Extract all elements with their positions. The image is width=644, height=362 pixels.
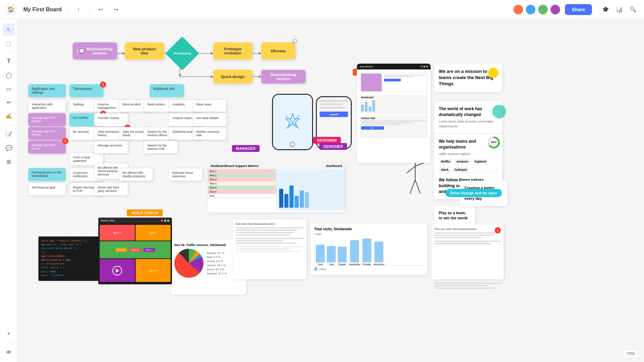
sticky-future[interactable]: Estimate future expenses — [169, 168, 203, 181]
svg-line-15 — [415, 180, 420, 194]
flow-newproduct[interactable]: New product idea — [125, 42, 164, 60]
flow-quickdesign[interactable]: Quick design — [213, 70, 252, 83]
sticky-manage-app[interactable]: Manage app from iPhone — [28, 127, 66, 140]
flow-prototype[interactable]: Prototyping — [170, 41, 194, 65]
product-panel: any device Dashboard — [357, 64, 431, 163]
left-toolbar: ↖ ⬚ T ◯ ▭ ✏ ✍ 📝 💬 ⊞ + ≪ — [0, 19, 18, 362]
topbar: 🏠 My First Board ↑ ↩ ↪ Share 🎓 📊 🔍 — [0, 0, 644, 19]
badge-trans: 1 — [100, 81, 106, 88]
document-block: Full stack from Realboardboard to — [233, 219, 307, 279]
home-button[interactable]: 🏠 — [5, 4, 16, 15]
add-section-tool[interactable]: + — [3, 327, 15, 340]
share-icon-btn[interactable]: ↑ — [73, 4, 84, 15]
sticky-bank-details[interactable]: Get bank details — [193, 113, 227, 126]
total-visits-chart: Total visits, Similarweb 1 000k June Jul… — [311, 224, 427, 275]
sticky-manage-phone[interactable]: Manage app from iPhone — [28, 113, 66, 126]
sticky-monitor-rate[interactable]: Monitor currency rate — [193, 127, 227, 140]
sticky-search-atm[interactable]: Search for the nearest ATM — [144, 141, 178, 154]
tool-separator — [4, 52, 14, 52]
flow-review[interactable]: 💬 1 Review — [261, 42, 295, 60]
kanban-block: Board View Sprint 1 Sprint 2 Task A Task… — [98, 218, 172, 284]
collapse-sidebar[interactable]: ≪ — [3, 346, 15, 358]
sticky-manage-app2[interactable]: 1 Manage app from device — [28, 141, 66, 154]
sticky-third-party[interactable]: Share with third party services — [94, 183, 128, 196]
tool-sep3 — [4, 342, 14, 343]
rectangle-tool[interactable]: ▭ — [3, 82, 15, 95]
avatar-4 — [550, 4, 561, 15]
document-block-2: Pour your team with Realboardboard 1 — [432, 224, 504, 279]
separator — [67, 5, 67, 14]
redo-button[interactable]: ↪ — [110, 4, 121, 15]
dashboard-table: Realboardboard Support Metrics Dashboard… — [208, 163, 345, 212]
flow-brainstorm1[interactable]: 1 💬 Brainstorming session — [73, 42, 117, 60]
flow-protoevol[interactable]: Prototype evolution — [213, 42, 252, 60]
frame-tool[interactable]: ⬚ — [3, 37, 15, 49]
bottom-right-notes — [434, 283, 503, 290]
brand-card-5: Play as a team, to win the world — [434, 206, 475, 226]
sticky-find-app[interactable]: Find application in the Marketplace — [28, 168, 66, 181]
grid-tool[interactable]: ⊞ — [3, 155, 15, 168]
separator2 — [89, 5, 90, 14]
board-title: My First Board — [23, 7, 62, 13]
sticky-tool[interactable]: 📝 — [3, 128, 15, 140]
sticky-loyal[interactable]: Be offered with loyalty programs — [119, 168, 153, 181]
sticky-manage-accs[interactable]: Manage accounts — [94, 141, 128, 154]
brand-card-3: We help teams and organisations netflix … — [434, 134, 503, 178]
avatar-2 — [525, 4, 536, 15]
svg-marker-7 — [286, 114, 299, 127]
sticky-app-settings[interactable]: Application and settings — [28, 84, 66, 97]
avatar-3 — [537, 4, 548, 15]
select-tool[interactable]: ↖ — [3, 23, 15, 36]
drive-change-badge: Drive change and be open — [445, 189, 502, 197]
avatars-group — [513, 4, 561, 15]
brand-card-2: The world of work has dramatically chang… — [434, 101, 503, 133]
avatar-1 — [513, 4, 524, 15]
sticky-transactions[interactable]: 1 Transactions — [69, 84, 103, 97]
topbar-right-icons: 🎓 📊 🔍 — [600, 4, 639, 15]
tool-separator2 — [4, 125, 14, 125]
svg-line-13 — [415, 163, 424, 166]
designer-badge-2[interactable]: DESIGNER — [319, 143, 347, 150]
sticky-inter[interactable]: Interaction with application — [28, 100, 66, 113]
doc-badge: 1 — [495, 227, 501, 233]
sticky-transfer[interactable]: Transfer money — [94, 113, 128, 126]
comment-tool[interactable]: 💬 — [3, 142, 15, 154]
pen-tool[interactable]: ✏ — [3, 96, 15, 108]
manager-badge[interactable]: MANAGER — [232, 145, 260, 152]
zoom-indicator: 75% — [623, 350, 639, 358]
brand-card-1: We are on a mission to help teams create… — [434, 64, 503, 92]
draw-tool[interactable]: ✍ — [3, 110, 15, 122]
settings-icon[interactable]: 📊 — [614, 4, 625, 15]
sticky-additional[interactable]: Additional info — [150, 84, 184, 97]
phone-mockup-1 — [272, 94, 313, 150]
sticky-banknews[interactable]: Bank news — [193, 100, 227, 112]
badge-review: 💬 — [293, 39, 297, 43]
shapes-tool[interactable]: ◯ — [3, 69, 15, 81]
flow-brainstorm2[interactable]: Brainstorming session — [261, 70, 306, 83]
tool-bottom: + ≪ — [3, 327, 15, 358]
share-button[interactable]: Share — [565, 4, 592, 15]
sticky-set-goal[interactable]: Set financial goal — [28, 183, 66, 196]
canvas[interactable]: 1 💬 Brainstorming session New product id… — [18, 19, 644, 362]
undo-button[interactable]: ↩ — [95, 4, 106, 15]
badge-manage: 1 — [62, 138, 69, 144]
notifications-icon[interactable]: 🎓 — [600, 4, 611, 15]
designer-badge-1[interactable]: DESIGNER — [313, 137, 341, 144]
search-icon[interactable]: 🔍 — [628, 4, 639, 15]
text-tool[interactable]: T — [3, 55, 15, 67]
agile-coach-badge[interactable]: AGILE COACH — [127, 209, 163, 216]
svg-line-12 — [407, 166, 415, 173]
svg-line-14 — [410, 180, 415, 194]
